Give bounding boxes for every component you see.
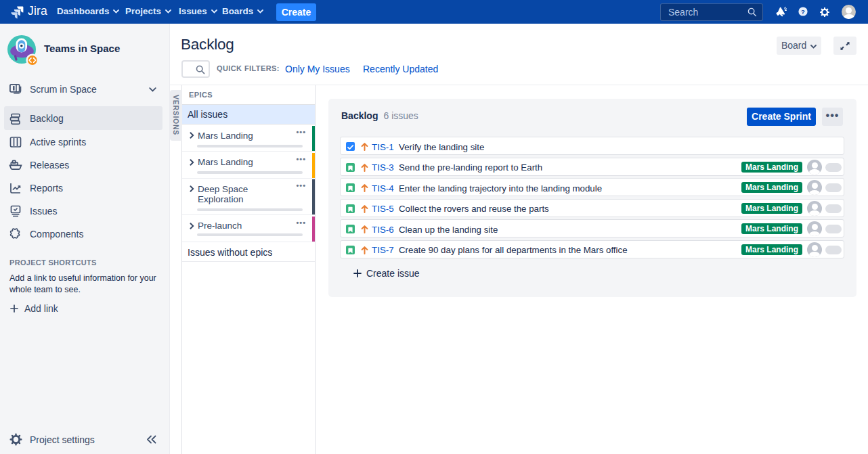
svg-text:?: ? <box>801 8 805 16</box>
